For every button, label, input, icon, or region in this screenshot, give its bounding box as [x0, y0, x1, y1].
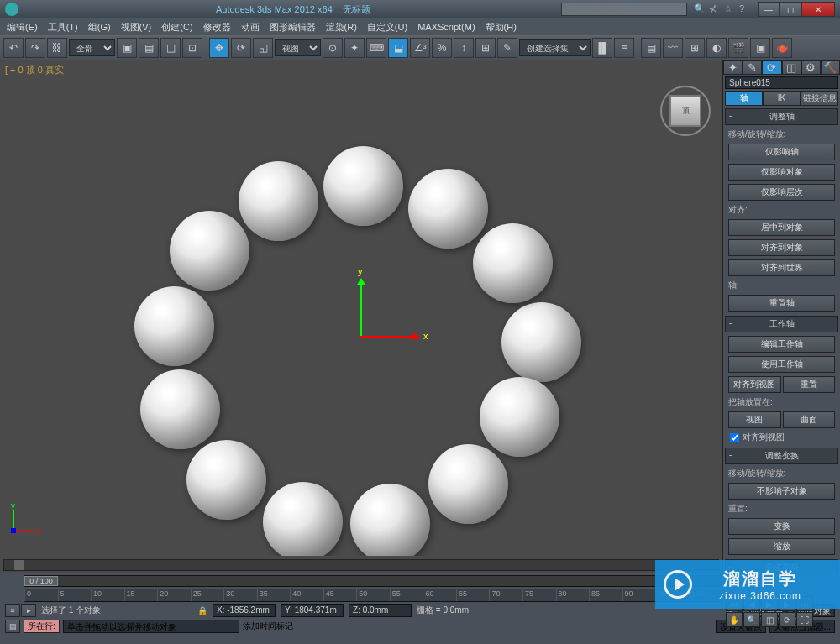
menu-group[interactable]: 组(G) — [88, 21, 111, 34]
btn-reset-transform[interactable]: 变换 — [728, 518, 835, 535]
btn-center-object[interactable]: 居中到对象 — [728, 219, 835, 236]
btn-use-wp[interactable]: 使用工作轴 — [728, 356, 835, 373]
mode-ik[interactable]: IK — [763, 91, 801, 106]
menu-rendering[interactable]: 渲染(R) — [326, 21, 357, 34]
select-region-icon[interactable]: ◫ — [160, 38, 181, 58]
btn-reset-scale[interactable]: 缩放 — [728, 538, 835, 555]
trackbar-btn1[interactable]: ≡ — [5, 604, 20, 617]
add-time-tag[interactable]: 添加时间标记 — [243, 620, 293, 632]
viewport-hscroll[interactable] — [3, 559, 719, 571]
layers-icon[interactable]: ▤ — [641, 38, 661, 58]
btn-dont-affect-children[interactable]: 不影响子对象 — [728, 483, 835, 500]
menu-modifiers[interactable]: 修改器 — [203, 21, 231, 34]
render-setup-icon[interactable]: 🎬 — [728, 38, 748, 58]
help-search-input[interactable] — [561, 3, 687, 16]
btn-affect-hierarchy[interactable]: 仅影响层次 — [728, 184, 835, 201]
rollout-adjust-pivot[interactable]: 调整轴 — [725, 108, 838, 125]
mode-linkinfo[interactable]: 链接信息 — [801, 91, 838, 106]
help-icon[interactable]: ? — [739, 3, 751, 15]
chk-align-view[interactable]: 对齐到视图 — [723, 430, 840, 445]
undo-icon[interactable]: ↶ — [3, 38, 24, 58]
coord-x[interactable]: X: -1856.2mm — [213, 604, 276, 617]
rollout-working-pivot[interactable]: 工作轴 — [725, 316, 838, 332]
btn-reset-pivot[interactable]: 重置轴 — [728, 295, 835, 312]
btn-align-view[interactable]: 对齐到视图 — [728, 376, 781, 393]
selection-filter-dropdown[interactable]: 全部 — [69, 39, 115, 56]
btn-reset-wp[interactable]: 重置 — [783, 376, 836, 393]
menu-animation[interactable]: 动画 — [241, 21, 260, 34]
search-icon[interactable]: 🔍 — [694, 3, 706, 15]
menu-edit[interactable]: 编辑(E) — [7, 21, 38, 34]
rollout-adjust-transform[interactable]: 调整变换 — [725, 448, 838, 464]
material-icon[interactable]: ◐ — [706, 38, 727, 58]
close-button[interactable]: ✕ — [801, 2, 835, 17]
render-icon[interactable]: 🫖 — [772, 38, 792, 58]
app-icon[interactable] — [5, 3, 18, 16]
tab-hierarchy[interactable]: ⟳ — [762, 60, 781, 75]
tab-create[interactable]: ✦ — [723, 60, 743, 75]
btn-edit-wp[interactable]: 编辑工作轴 — [728, 336, 835, 353]
tab-utilities[interactable]: 🔨 — [821, 60, 840, 75]
timeline-ruler[interactable]: 0510152025303540455055606570758085909510… — [24, 589, 722, 602]
schematic-icon[interactable]: ⊞ — [685, 38, 705, 58]
trackbar-btn2[interactable]: ▸ — [21, 604, 36, 617]
edged-icon[interactable]: ⊞ — [475, 38, 496, 58]
coord-y[interactable]: Y: 1804.371m — [281, 604, 344, 617]
named-selset-dropdown[interactable]: 创建选择集 — [519, 39, 591, 56]
time-slider[interactable]: 0 / 100 — [24, 575, 722, 587]
edit-named-icon[interactable]: ✎ — [497, 38, 517, 58]
tab-motion[interactable]: ◫ — [782, 60, 801, 75]
redo-icon[interactable]: ↷ — [25, 38, 45, 58]
nav-max-icon[interactable]: ⛶ — [796, 612, 813, 627]
menu-views[interactable]: 视图(V) — [121, 21, 152, 34]
tab-modify[interactable]: ✎ — [743, 60, 762, 75]
tab-display[interactable]: ⚙ — [801, 60, 821, 75]
minimize-button[interactable]: — — [758, 2, 780, 17]
viewport-label[interactable]: [ + 0 顶 0 真实 — [2, 62, 721, 78]
btn-place-view[interactable]: 视图 — [728, 411, 781, 428]
refcoord-dropdown[interactable]: 视图 — [275, 39, 321, 56]
lock-icon[interactable]: 🔒 — [197, 606, 207, 615]
window-crossing-icon[interactable]: ⊡ — [182, 38, 202, 58]
mode-pivot[interactable]: 轴 — [725, 91, 763, 106]
btn-align-object[interactable]: 对齐到对象 — [728, 239, 835, 256]
maximize-button[interactable]: ◻ — [780, 2, 801, 17]
percent-snap-icon[interactable]: % — [432, 38, 452, 58]
align-icon[interactable]: ≡ — [614, 38, 634, 58]
listener-btn[interactable]: ▤ — [5, 620, 20, 633]
rotate-icon[interactable]: ⟳ — [231, 38, 251, 58]
move-icon[interactable]: ✥ — [209, 38, 229, 58]
link-icon[interactable]: ⛓ — [47, 38, 67, 58]
nav-orbit-icon[interactable]: ⟳ — [779, 612, 795, 627]
pivot-icon[interactable]: ⊙ — [323, 38, 343, 58]
star-icon[interactable]: ☆ — [724, 3, 736, 15]
key-icon[interactable]: ⊀ — [709, 3, 721, 15]
coord-z[interactable]: Z: 0.0mm — [349, 604, 412, 617]
menu-help[interactable]: 帮助(H) — [486, 21, 517, 34]
menu-maxscript[interactable]: MAXScript(M) — [417, 22, 475, 32]
render-frame-icon[interactable]: ▣ — [750, 38, 770, 58]
select-name-icon[interactable]: ▤ — [139, 38, 159, 58]
keymode-icon[interactable]: ⌨ — [366, 38, 386, 58]
btn-affect-pivot[interactable]: 仅影响轴 — [728, 144, 835, 160]
viewport[interactable]: y x yx 顶 — [3, 77, 719, 556]
curve-editor-icon[interactable]: 〰 — [663, 38, 683, 58]
menu-tools[interactable]: 工具(T) — [48, 21, 78, 34]
mirror-icon[interactable]: ▐▌ — [592, 38, 612, 58]
angle-snap-icon[interactable]: ∠³ — [410, 38, 430, 58]
time-slider-thumb[interactable]: 0 / 100 — [24, 576, 58, 586]
object-name-field[interactable]: Sphere015 — [725, 76, 838, 89]
nav-fov-icon[interactable]: ◫ — [761, 612, 778, 627]
scale-icon[interactable]: ◱ — [253, 38, 273, 58]
viewcube[interactable]: 顶 — [660, 86, 711, 136]
btn-affect-object[interactable]: 仅影响对象 — [728, 164, 835, 181]
nav-zoom-icon[interactable]: 🔍 — [743, 612, 760, 627]
nav-pan-icon[interactable]: ✋ — [726, 612, 743, 627]
snap-icon[interactable]: ⬓ — [388, 38, 408, 58]
spinner-snap-icon[interactable]: ↕ — [454, 38, 474, 58]
btn-align-world[interactable]: 对齐到世界 — [728, 259, 835, 276]
select-icon[interactable]: ▣ — [117, 38, 137, 58]
manip-icon[interactable]: ✦ — [344, 38, 365, 58]
menu-grapheditors[interactable]: 图形编辑器 — [270, 21, 316, 34]
btn-place-surface[interactable]: 曲面 — [783, 411, 836, 428]
